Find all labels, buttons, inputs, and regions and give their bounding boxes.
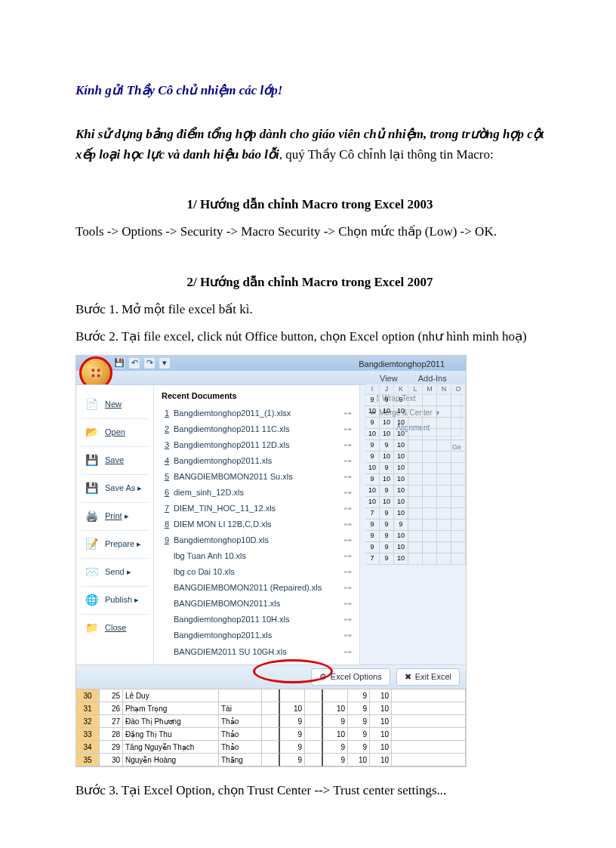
recent-item[interactable]: lbg co Dai 10.xls⊶: [162, 564, 352, 580]
pin-icon[interactable]: ⊶: [343, 646, 352, 658]
recent-item[interactable]: 2Bangdiemtonghop2011 11C.xls⊶: [162, 421, 352, 437]
pin-icon[interactable]: ⊶: [343, 613, 352, 626]
recent-item[interactable]: Bangdiemtonghop2011.xls⊶: [162, 628, 352, 643]
exit-icon: ✖: [405, 671, 411, 683]
recent-item[interactable]: 3Bangdiemtonghop2011 12D.xls⊶: [162, 437, 352, 453]
pin-icon[interactable]: ⊶: [343, 455, 352, 467]
titlebar: 💾 ↶ ↷ ▾ Bangdiemtonghop2011: [76, 356, 466, 371]
recent-item[interactable]: 6diem_sinh_12D.xls⊶: [162, 485, 352, 501]
menu-saveas[interactable]: 💾Save As ▸: [81, 476, 149, 501]
table-row[interactable]: 3429Tăng Nguyễn ThạchThảo99910: [76, 741, 466, 754]
recent-item[interactable]: BANGDIEMBOMON2011.xls⊶: [162, 596, 352, 612]
svg-point-0: [90, 367, 103, 380]
column-headers: IJKLMNO: [365, 384, 466, 395]
menu-send[interactable]: ✉️Send ▸: [81, 560, 149, 584]
window-title: Bangdiemtonghop2011: [359, 358, 445, 371]
quick-access-toolbar: 💾 ↶ ↷ ▾: [114, 358, 170, 368]
recent-item[interactable]: BANGDIEM2011 SU 10GH.xls⊶: [162, 644, 352, 660]
worksheet: 3025Lê Duy9103126Phạm TrọngTài1010910322…: [76, 689, 466, 766]
excel-screenshot: 💾 ↶ ↷ ▾ Bangdiemtonghop2011 View Add-Ins…: [75, 355, 467, 767]
section1-heading: 1/ Hướng dẫn chỉnh Macro trong Excel 200…: [75, 195, 544, 214]
open-icon: 📂: [84, 425, 99, 440]
pin-icon[interactable]: ⊶: [343, 486, 352, 499]
office-menu-left: 📄New 📂Open 💾Save 💾Save As ▸ 🖨️Print ▸ 📝P…: [76, 385, 154, 665]
table-row[interactable]: 3227Đào Thị PhươngThảo99910: [76, 715, 466, 728]
recent-item[interactable]: 5BANGDIEMBOMON2011 Su.xls⊶: [162, 469, 352, 485]
recent-item[interactable]: 4Bangdiemtonghop2011.xls⊶: [162, 453, 352, 469]
recent-item[interactable]: 7DIEM_TIN_HOC_11_12.xls⊶: [162, 501, 352, 517]
new-icon: 📄: [84, 397, 99, 412]
excel-options-button[interactable]: ⚙Excel Options: [311, 668, 390, 686]
recent-documents: Recent Documents 1Bangdiemtonghop2011_(1…: [154, 385, 359, 665]
intro-tail: , quý Thầy Cô chỉnh lại thông tin Macro:: [279, 147, 494, 162]
menu-close[interactable]: 📁Close: [81, 616, 149, 640]
pin-icon[interactable]: ⊶: [343, 518, 352, 531]
table-row[interactable]: 3025Lê Duy910: [76, 689, 466, 702]
menu-new[interactable]: 📄New: [81, 393, 149, 417]
recent-item[interactable]: 8DIEM MON LI 12B,C,D.xls⊶: [162, 517, 352, 532]
pin-icon[interactable]: ⊶: [343, 439, 352, 452]
pin-icon[interactable]: ⊶: [343, 550, 352, 563]
save-icon: 💾: [84, 453, 99, 468]
pin-icon[interactable]: ⊶: [343, 407, 352, 420]
pin-icon[interactable]: ⊶: [343, 534, 352, 547]
step2-text: Bước 2. Tại file excel, click nút Office…: [75, 327, 544, 347]
recent-item[interactable]: lbg Tuan Anh 10.xls⊶: [162, 548, 352, 564]
saveas-icon: 💾: [84, 481, 99, 496]
send-icon: ✉️: [84, 565, 99, 580]
pin-icon[interactable]: ⊶: [343, 502, 352, 515]
intro-paragraph: Khi sử dụng bảng điểm tổng hợp dành cho …: [75, 125, 544, 165]
publish-icon: 🌐: [84, 593, 99, 608]
table-row[interactable]: 3530Nguyễn HoàngThắng991010: [76, 754, 466, 766]
pin-icon[interactable]: ⊶: [343, 566, 352, 578]
recent-item[interactable]: 9Bangdiemtonghop10D.xls⊶: [162, 532, 352, 548]
options-icon: ⚙: [319, 671, 327, 683]
office-orb-icon: [88, 365, 104, 381]
step1-text: Bước 1. Mở một file excel bất kì.: [75, 300, 544, 319]
menu-prepare[interactable]: 📝Prepare ▸: [81, 532, 149, 557]
step3-text: Bước 3. Tại Excel Option, chọn Trust Cen…: [75, 781, 544, 800]
recent-item[interactable]: BANGDIEMBOMON2011 (Repaired).xls⊶: [162, 580, 352, 596]
table-row[interactable]: 3328Đặng Thị ThuThảo910910: [76, 728, 466, 741]
pin-icon[interactable]: ⊶: [343, 581, 352, 594]
menu-print[interactable]: 🖨️Print ▸: [81, 504, 149, 529]
undo-icon[interactable]: ↶: [129, 358, 140, 368]
qat-dropdown-icon[interactable]: ▾: [159, 358, 170, 368]
recent-item[interactable]: Bangdiemtonghop2011 10H.xls⊶: [162, 612, 352, 628]
pin-icon[interactable]: ⊶: [343, 470, 352, 483]
menu-open[interactable]: 📂Open: [81, 421, 149, 445]
menu-publish[interactable]: 🌐Publish ▸: [81, 588, 149, 612]
section1-text: Tools -> Options -> Security -> Macro Se…: [75, 222, 544, 242]
print-icon: 🖨️: [84, 509, 99, 524]
menu-save[interactable]: 💾Save: [81, 449, 149, 473]
office-menu-footer: ⚙Excel Options ✖Exit Excel: [76, 665, 466, 689]
section2-heading: 2/ Hướng dẫn chỉnh Macro trong Excel 200…: [75, 273, 544, 292]
prepare-icon: 📝: [84, 537, 99, 552]
visible-grid: 9991010109101010101099109101010910910101…: [365, 395, 466, 565]
recent-header: Recent Documents: [162, 390, 352, 402]
exit-excel-button[interactable]: ✖Exit Excel: [396, 668, 460, 686]
pin-icon[interactable]: ⊶: [343, 597, 352, 610]
close-icon: 📁: [84, 621, 99, 636]
save-icon[interactable]: 💾: [114, 358, 125, 368]
pin-icon[interactable]: ⊶: [343, 423, 352, 436]
pin-icon[interactable]: ⊶: [343, 629, 352, 642]
redo-icon[interactable]: ↷: [144, 358, 155, 368]
ribbon-tabs: View Add-Ins: [76, 371, 466, 384]
greeting-text: Kính gửi Thầy Cô chủ nhiệm các lớp!: [75, 81, 544, 100]
table-row[interactable]: 3126Phạm TrọngTài1010910: [76, 702, 466, 715]
recent-item[interactable]: 1Bangdiemtonghop2011_(1).xlsx⊶: [162, 405, 352, 421]
